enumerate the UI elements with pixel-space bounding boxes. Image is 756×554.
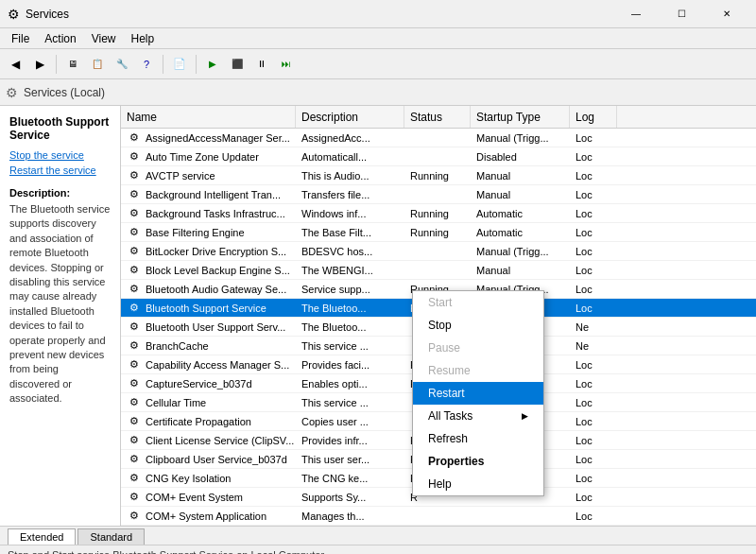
service-icon: ⚙	[127, 376, 142, 391]
cell-status	[404, 185, 471, 203]
service-icon: ⚙	[127, 282, 142, 297]
cell-name: ⚙ Client License Service (ClipSV...	[121, 431, 296, 449]
cell-startup: Manual	[471, 185, 570, 203]
header-name[interactable]: Name	[121, 106, 296, 128]
title-bar: ⚙ Services — ☐ ✕	[0, 0, 756, 28]
menu-file[interactable]: File	[4, 30, 37, 47]
export-button[interactable]: 📄	[168, 53, 191, 76]
cell-description: Windows inf...	[296, 204, 404, 222]
back-button[interactable]: ◀	[4, 53, 26, 76]
service-icon: ⚙	[127, 320, 142, 335]
table-row[interactable]: ⚙ BitLocker Drive Encryption S... BDESVC…	[121, 242, 756, 261]
table-row[interactable]: ⚙ AssignedAccessManager Ser... AssignedA…	[121, 129, 756, 147]
cell-description: BDESVC hos...	[296, 242, 404, 260]
cell-description: This service ...	[296, 393, 404, 411]
cell-log: Loc	[570, 280, 617, 298]
context-menu-item-all-tasks[interactable]: All Tasks▶	[413, 405, 543, 427]
pause-button[interactable]: ⏸	[250, 53, 273, 76]
cell-status	[404, 261, 471, 279]
context-menu-item-help[interactable]: Help	[413, 473, 543, 495]
cell-log: Loc	[570, 412, 617, 430]
table-row[interactable]: ⚙ Block Level Backup Engine S... The WBE…	[121, 261, 756, 280]
header-description[interactable]: Description	[296, 106, 404, 128]
service-icon: ⚙	[127, 357, 142, 372]
cell-startup: Manual (Trigg...	[471, 242, 570, 260]
cell-name: ⚙ Clipboard User Service_b037d	[121, 450, 296, 468]
close-button[interactable]: ✕	[705, 5, 748, 24]
context-menu-item-restart[interactable]: Restart	[413, 382, 543, 405]
table-row[interactable]: ⚙ AVCTP service This is Audio... Running…	[121, 166, 756, 185]
menu-bar: File Action View Help	[0, 28, 756, 49]
cell-name: ⚙ COM+ Event System	[121, 488, 296, 506]
cell-log: Ne	[570, 337, 617, 355]
context-menu-item-stop[interactable]: Stop	[413, 314, 543, 337]
help-toolbar-button[interactable]: ?	[135, 53, 158, 76]
stop-service-link[interactable]: Stop the service	[9, 149, 111, 161]
ctx-label: Start	[428, 296, 452, 309]
service-icon: ⚙	[127, 490, 142, 505]
ctx-label: All Tasks	[428, 409, 472, 423]
stop-button[interactable]: ⬛	[226, 53, 249, 76]
service-icon: ⚙	[127, 130, 142, 146]
properties-button[interactable]: 🔧	[111, 53, 133, 76]
cell-startup: Automatic	[471, 204, 570, 222]
cell-name: ⚙ Auto Time Zone Updater	[121, 147, 296, 165]
service-icon: ⚙	[127, 225, 142, 240]
menu-help[interactable]: Help	[124, 30, 163, 47]
header-startup[interactable]: Startup Type	[471, 106, 570, 128]
cell-description: This service ...	[296, 337, 404, 355]
minimize-button[interactable]: —	[614, 5, 658, 24]
maximize-button[interactable]: ☐	[660, 5, 703, 24]
sidebar: Bluetooth Support Service Stop the servi…	[0, 106, 121, 526]
cell-name: ⚙ Base Filtering Engine	[121, 223, 296, 241]
context-menu-item-pause: Pause	[413, 337, 543, 359]
context-menu-item-start: Start	[413, 291, 543, 314]
cell-name: ⚙ BranchCache	[121, 337, 296, 355]
table-row[interactable]: ⚙ COM+ System Application Manages th... …	[121, 507, 756, 526]
cell-status: Running	[404, 166, 471, 184]
table-row[interactable]: ⚙ Base Filtering Engine The Base Filt...…	[121, 223, 756, 242]
cell-name: ⚙ Background Tasks Infrastruc...	[121, 204, 296, 222]
cell-log: Loc	[570, 166, 617, 184]
table-row[interactable]: ⚙ Background Intelligent Tran... Transfe…	[121, 185, 756, 204]
tab-standard[interactable]: Standard	[77, 528, 145, 545]
header-log[interactable]: Log	[570, 106, 617, 128]
toolbar-separator-3	[196, 55, 197, 74]
cell-description: The Bluetoo...	[296, 318, 404, 336]
forward-button[interactable]: ▶	[28, 53, 51, 76]
context-menu-item-refresh[interactable]: Refresh	[413, 427, 543, 450]
table-row[interactable]: ⚙ Background Tasks Infrastruc... Windows…	[121, 204, 756, 223]
cell-name: ⚙ Background Intelligent Tran...	[121, 185, 296, 203]
cell-startup: Manual	[471, 166, 570, 184]
play-button[interactable]: ▶	[201, 53, 224, 76]
cell-description: Supports Sy...	[296, 488, 404, 506]
show-button[interactable]: 📋	[86, 53, 109, 76]
cell-name: ⚙ Block Level Backup Engine S...	[121, 261, 296, 279]
ctx-label: Stop	[428, 319, 452, 332]
cell-description: Service supp...	[296, 280, 404, 298]
context-menu: StartStopPauseResumeRestartAll Tasks▶Ref…	[412, 290, 544, 496]
cell-description: Provides infr...	[296, 431, 404, 449]
cell-log: Loc	[570, 129, 617, 147]
tab-extended[interactable]: Extended	[8, 528, 76, 545]
up-button[interactable]: 🖥	[61, 53, 84, 76]
address-bar: ⚙ Services (Local)	[0, 79, 756, 106]
table-row[interactable]: ⚙ Auto Time Zone Updater Automaticall...…	[121, 147, 756, 166]
cell-status: Running	[404, 223, 471, 241]
cell-description: This user ser...	[296, 450, 404, 468]
service-icon: ⚙	[127, 414, 142, 429]
toolbar: ◀ ▶ 🖥 📋 🔧 ? 📄 ▶ ⬛ ⏸ ⏭	[0, 49, 756, 79]
restart-service-link[interactable]: Restart the service	[9, 164, 111, 176]
status-bar: Stop and Start service Bluetooth Support…	[0, 545, 756, 554]
cell-status	[404, 242, 471, 260]
menu-action[interactable]: Action	[37, 30, 83, 47]
header-status[interactable]: Status	[404, 106, 471, 128]
cell-description: Enables opti...	[296, 374, 404, 392]
context-menu-item-properties[interactable]: Properties	[413, 450, 543, 473]
cell-name: ⚙ Cellular Time	[121, 393, 296, 411]
ctx-label: Resume	[428, 364, 471, 377]
context-menu-item-resume: Resume	[413, 359, 543, 382]
restart-button[interactable]: ⏭	[275, 53, 298, 76]
menu-view[interactable]: View	[84, 30, 124, 47]
cell-description: Copies user ...	[296, 412, 404, 430]
